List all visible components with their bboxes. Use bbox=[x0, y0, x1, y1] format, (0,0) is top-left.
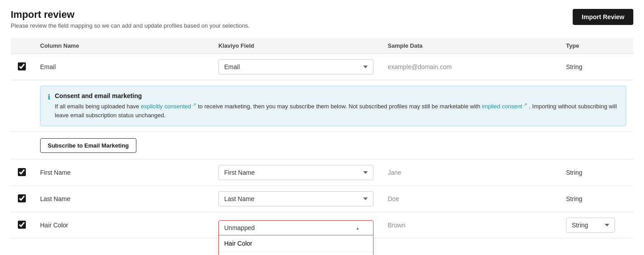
banner-title: Consent and email marketing bbox=[55, 92, 619, 99]
chevron-up-icon: ▴ bbox=[357, 226, 359, 230]
checkbox-cell bbox=[11, 212, 33, 239]
external-link-icon-2: ↗ bbox=[524, 102, 527, 107]
row-checkbox-hair-color[interactable] bbox=[18, 221, 26, 229]
banner-content: ℹ Consent and email marketing If all ema… bbox=[48, 92, 619, 119]
klaviyo-field-select-email[interactable]: Email bbox=[218, 59, 373, 74]
mapping-table: Column Name Klaviyo Field Sample Data Ty… bbox=[11, 38, 633, 255]
table-row: Last Name Last Name Doe String bbox=[11, 186, 633, 212]
row-checkbox-last-name[interactable] bbox=[18, 194, 26, 202]
import-review-page: Import review Please review the field ma… bbox=[0, 0, 644, 255]
klaviyo-field-first-name: First Name bbox=[211, 160, 381, 186]
subscribe-button-row: Subscribe to Email Marketing bbox=[11, 132, 633, 160]
row-checkbox-first-name[interactable] bbox=[18, 168, 26, 176]
column-name-first-name: First Name bbox=[33, 160, 211, 186]
create-option-item[interactable]: ⊕ Create option "Hair Color" bbox=[219, 252, 373, 255]
info-icon: ℹ bbox=[48, 93, 50, 101]
external-link-icon-1: ↗ bbox=[193, 102, 196, 107]
column-name-hair-color: Hair Color bbox=[33, 212, 211, 239]
dropdown-search-input[interactable] bbox=[219, 235, 373, 252]
th-type: Type bbox=[559, 38, 633, 54]
subscribe-email-marketing-button[interactable]: Subscribe to Email Marketing bbox=[40, 138, 136, 153]
column-name-email: Email bbox=[33, 54, 211, 80]
unmapped-dropdown-container: Unmapped ▴ ⊕ Create option "Hair Color" bbox=[218, 220, 373, 235]
banner-text-block: Consent and email marketing If all email… bbox=[55, 92, 619, 119]
checkbox-cell bbox=[11, 160, 33, 186]
explicitly-consented-link[interactable]: explicitly consented ↗ bbox=[141, 103, 198, 110]
column-name-last-name: Last Name bbox=[33, 186, 211, 212]
consent-banner: ℹ Consent and email marketing If all ema… bbox=[40, 86, 626, 126]
th-column-name: Column Name bbox=[33, 38, 211, 54]
klaviyo-field-email: Email bbox=[211, 54, 381, 80]
page-title: Import review bbox=[11, 9, 250, 21]
unmapped-dropdown-popup: ⊕ Create option "Hair Color" bbox=[218, 235, 373, 255]
sample-data-first-name: Jane bbox=[381, 160, 559, 186]
unmapped-select-trigger[interactable]: Unmapped ▴ bbox=[218, 220, 373, 235]
th-klaviyo-field: Klaviyo Field bbox=[211, 38, 381, 54]
klaviyo-field-select-first-name[interactable]: First Name bbox=[218, 165, 373, 180]
implied-consent-link[interactable]: implied consent ↗ bbox=[482, 103, 529, 110]
th-checkbox bbox=[11, 38, 33, 54]
info-banner-row: ℹ Consent and email marketing If all ema… bbox=[11, 80, 633, 132]
table-row: Email Email example@domain.com String bbox=[11, 54, 633, 80]
sample-data-last-name: Doe bbox=[381, 186, 559, 212]
klaviyo-field-hair-color: Unmapped ▴ ⊕ Create option "Hair Color" bbox=[211, 212, 381, 239]
sample-data-email: example@domain.com bbox=[381, 54, 559, 80]
subscribe-cell: Subscribe to Email Marketing bbox=[33, 132, 633, 160]
klaviyo-field-select-last-name[interactable]: Last Name bbox=[218, 191, 373, 206]
type-first-name: String bbox=[559, 160, 633, 186]
checkbox-cell bbox=[11, 186, 33, 212]
import-review-button[interactable]: Import Review bbox=[573, 9, 633, 25]
sample-data-hair-color: Brown bbox=[381, 212, 559, 239]
table-header: Column Name Klaviyo Field Sample Data Ty… bbox=[11, 38, 633, 54]
checkbox-cell bbox=[11, 54, 33, 80]
type-email: String bbox=[559, 54, 633, 80]
header-text: Import review Please review the field ma… bbox=[11, 9, 250, 29]
row-checkbox-email[interactable] bbox=[18, 62, 26, 70]
type-hair-color: String bbox=[559, 212, 633, 239]
table-body: Email Email example@domain.com String bbox=[11, 54, 633, 255]
banner-spacer bbox=[11, 80, 33, 132]
page-header: Import review Please review the field ma… bbox=[11, 9, 633, 29]
page-subtitle: Please review the field mapping so we ca… bbox=[11, 22, 250, 29]
type-last-name: String bbox=[559, 186, 633, 212]
type-select-hair-color[interactable]: String bbox=[566, 218, 615, 233]
banner-cell: ℹ Consent and email marketing If all ema… bbox=[33, 80, 633, 132]
banner-body: If all emails being uploaded have explic… bbox=[55, 101, 619, 119]
subscribe-spacer bbox=[11, 132, 33, 160]
table-row: First Name First Name Jane String bbox=[11, 160, 633, 186]
klaviyo-field-last-name: Last Name bbox=[211, 186, 381, 212]
table-row: Hair Color Unmapped ▴ ⊕ bbox=[11, 212, 633, 239]
th-sample-data: Sample Data bbox=[381, 38, 559, 54]
